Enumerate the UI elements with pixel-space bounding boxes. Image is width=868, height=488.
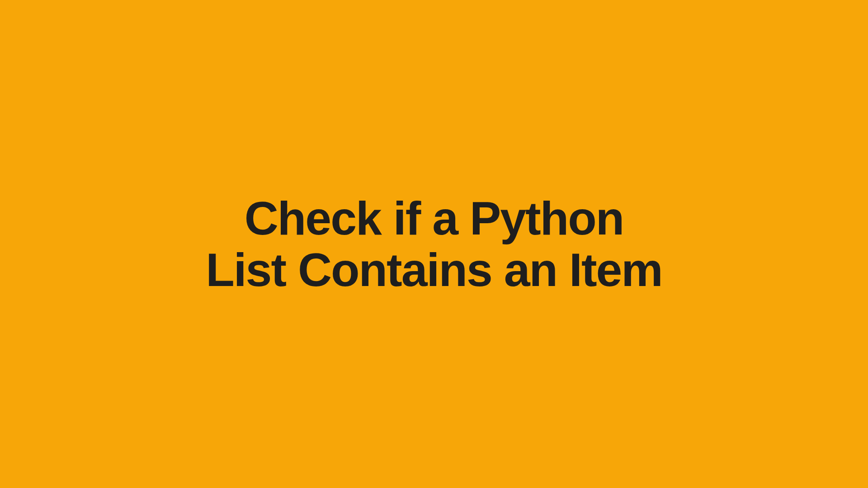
slide-title: Check if a Python List Contains an Item bbox=[206, 192, 662, 296]
title-line-2: List Contains an Item bbox=[206, 244, 662, 296]
title-line-1: Check if a Python bbox=[206, 192, 662, 244]
